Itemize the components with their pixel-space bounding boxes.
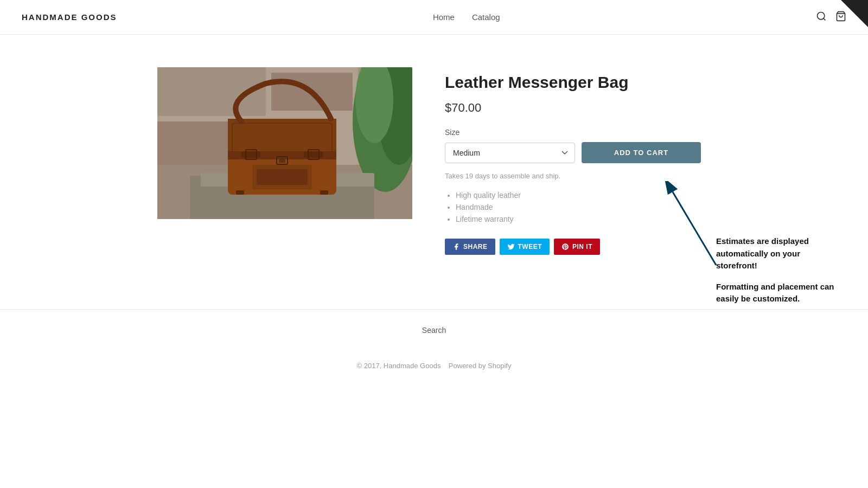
- annotation-line1: Estimates are displayed automatically on…: [716, 235, 835, 272]
- svg-line-30: [673, 192, 716, 265]
- annotation-line2: Formatting and placement can easily be c…: [716, 281, 835, 305]
- svg-rect-24: [257, 169, 308, 185]
- footer-search[interactable]: Search: [0, 309, 868, 351]
- twitter-share-button[interactable]: TWEET: [500, 239, 550, 255]
- add-to-cart-button[interactable]: ADD TO CART: [582, 142, 701, 163]
- size-select[interactable]: Medium Small Large: [445, 143, 575, 163]
- footer-copyright: © 2017, Handmade Goods: [357, 362, 441, 370]
- footer-powered-by[interactable]: Powered by Shopify: [449, 362, 512, 370]
- main-content: Leather Messenger Bag $70.00 Size Medium…: [136, 67, 732, 277]
- footer-bottom: © 2017, Handmade Goods Powered by Shopif…: [0, 351, 868, 381]
- footer: Search © 2017, Handmade Goods Powered by…: [0, 309, 868, 381]
- svg-rect-27: [236, 190, 244, 195]
- svg-rect-21: [304, 151, 323, 158]
- annotation-overlay: Estimates are displayed automatically on…: [662, 181, 835, 305]
- size-label: Size: [445, 128, 711, 137]
- cart-icon[interactable]: [835, 11, 846, 24]
- facebook-share-button[interactable]: SHARE: [445, 239, 495, 255]
- product-price: $70.00: [445, 101, 711, 115]
- product-title: Leather Messenger Bag: [445, 73, 711, 92]
- svg-point-0: [817, 12, 824, 19]
- annotation-text-box: Estimates are displayed automatically on…: [716, 235, 835, 305]
- pinterest-label: PIN IT: [572, 243, 592, 251]
- product-image-svg: [157, 67, 412, 219]
- product-page: Leather Messenger Bag $70.00 Size Medium…: [0, 67, 868, 277]
- product-image-container: [157, 67, 412, 219]
- shipping-note: Takes 19 days to assemble and ship.: [445, 172, 711, 180]
- svg-rect-28: [320, 190, 328, 195]
- twitter-icon: [507, 243, 515, 251]
- svg-rect-19: [241, 151, 260, 158]
- header: HANDMADE GOODS Home Catalog: [0, 0, 868, 35]
- search-icon[interactable]: [816, 11, 827, 24]
- main-nav: Home Catalog: [433, 12, 500, 22]
- twitter-label: TWEET: [518, 243, 542, 251]
- pinterest-icon: [561, 243, 569, 251]
- site-logo[interactable]: HANDMADE GOODS: [22, 12, 117, 22]
- nav-home[interactable]: Home: [433, 12, 455, 22]
- nav-catalog[interactable]: Catalog: [472, 12, 500, 22]
- pinterest-share-button[interactable]: PIN IT: [554, 239, 600, 255]
- product-image: [157, 67, 412, 219]
- header-icons: [816, 11, 846, 24]
- svg-rect-26: [279, 158, 285, 163]
- svg-line-1: [824, 18, 826, 20]
- size-row: Medium Small Large ADD TO CART: [445, 142, 711, 163]
- facebook-label: SHARE: [463, 243, 488, 251]
- facebook-icon: [452, 243, 460, 251]
